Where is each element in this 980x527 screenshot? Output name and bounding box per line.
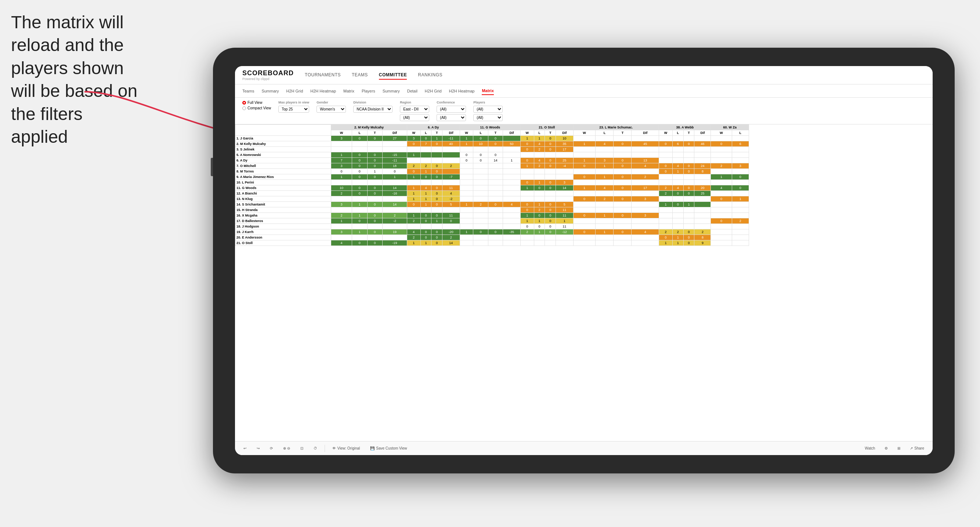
clock-btn[interactable]: ⏱: [311, 445, 320, 451]
cell-6-3-0: [520, 169, 534, 174]
subnav-h2h-grid[interactable]: H2H Grid: [286, 87, 303, 95]
nav-teams[interactable]: TEAMS: [352, 71, 368, 79]
cell-15-2-3: [503, 218, 521, 224]
cell-2-0-3: [383, 147, 407, 152]
cell-9-1-0: 1: [407, 185, 420, 191]
max-players-select[interactable]: Top 25 Top 50 All: [278, 106, 309, 113]
cell-7-6-1: 0: [732, 174, 749, 180]
cell-1-3-0: 0: [520, 141, 534, 147]
cell-19-0-2: 0: [367, 240, 383, 246]
nav-rankings[interactable]: RANKINGS: [418, 71, 442, 79]
matrix-table-wrap[interactable]: 2. M Kelly Mulcahy 6. A Dy 11. G Woods 2…: [235, 124, 932, 441]
undo-btn[interactable]: ↩: [240, 445, 249, 451]
grid-btn[interactable]: ⊞: [894, 445, 903, 451]
cell-18-2-2: [488, 235, 503, 240]
cell-1-0-1: [352, 141, 367, 147]
cell-13-2-1: [473, 207, 488, 213]
view-original-btn[interactable]: 👁 View: Original: [329, 445, 363, 451]
fit-btn[interactable]: ⊡: [298, 445, 306, 451]
share-label: Share: [914, 446, 924, 450]
cell-13-6-0: [711, 207, 732, 213]
cell-8-2-3: [503, 180, 521, 185]
cell-18-6-0: [711, 235, 732, 240]
cell-8-0-3: [383, 180, 407, 185]
players-select[interactable]: (All): [473, 106, 503, 113]
cell-9-3-1: 0: [534, 185, 545, 191]
matrix-content[interactable]: 2. M Kelly Mulcahy 6. A Dy 11. G Woods 2…: [235, 124, 932, 441]
cell-4-3-2: 0: [545, 158, 556, 163]
cell-10-0-2: 0: [367, 191, 383, 196]
cell-15-6-1: 2: [732, 218, 749, 224]
subnav-summary[interactable]: Summary: [261, 87, 279, 95]
cell-8-2-2: [488, 180, 503, 185]
cell-0-3-0: 1: [520, 136, 534, 141]
zoom-btn[interactable]: ⊕ ⊖: [280, 445, 293, 451]
cell-14-0-2: 0: [367, 213, 383, 218]
view-type-group: Full View Compact View: [242, 100, 271, 110]
subnav-h2h-heatmap[interactable]: H2H Heatmap: [310, 87, 336, 95]
col-header-za: 60. W Za: [711, 125, 749, 130]
region-all-select[interactable]: (All): [400, 114, 429, 121]
bottom-toolbar: ↩ ↪ ⟳ ⊕ ⊖ ⊡ ⏱ 👁 View: Original 💾 Save Cu…: [235, 441, 932, 455]
subnav-teams[interactable]: Teams: [242, 87, 254, 95]
cell-16-1-2: [431, 224, 442, 229]
cell-6-5-0: 0: [659, 169, 673, 174]
full-view-radio[interactable]: Full View: [242, 100, 271, 105]
cell-11-3-1: [534, 196, 545, 202]
cell-17-1-0: 4: [407, 229, 420, 235]
watch-btn[interactable]: Watch: [862, 445, 878, 451]
cell-3-5-0: [659, 152, 673, 158]
save-custom-btn[interactable]: 💾 Save Custom View: [367, 445, 410, 451]
cell-4-2-3: 1: [503, 158, 521, 163]
cell-1-5-2: 0: [683, 141, 694, 147]
cell-5-5-2: 0: [683, 163, 694, 169]
division-select[interactable]: NCAA Division II NCAA Division I NCAA Di…: [353, 106, 393, 113]
settings-btn[interactable]: ⚙: [881, 445, 891, 451]
cell-12-0-0: 3: [331, 202, 352, 207]
cell-12-0-3: 14: [383, 202, 407, 207]
cell-9-5-3: 20: [694, 185, 711, 191]
subnav-h2h-grid2[interactable]: H2H Grid: [425, 87, 442, 95]
subnav-h2h-heatmap2[interactable]: H2H Heatmap: [449, 87, 475, 95]
gender-select[interactable]: Women's Men's: [317, 106, 346, 113]
subnav-matrix[interactable]: Matrix: [343, 87, 354, 95]
cell-14-2-1: [473, 213, 488, 218]
cell-11-5-0: [659, 196, 673, 202]
cell-9-0-0: 10: [331, 185, 352, 191]
cell-9-2-2: [488, 185, 503, 191]
col-header-mulcahy: 2. M Kelly Mulcahy: [331, 125, 407, 130]
cell-0-1-0: 3: [407, 136, 420, 141]
cell-19-2-1: [473, 240, 488, 246]
cell-7-6-0: 1: [711, 174, 732, 180]
refresh-btn[interactable]: ⟳: [267, 445, 276, 451]
share-btn[interactable]: ↗ Share: [907, 445, 927, 451]
toolbar-sep1: [325, 445, 325, 452]
subnav-summary2[interactable]: Summary: [383, 87, 400, 95]
nav-tournaments[interactable]: TOURNAMENTS: [305, 71, 341, 79]
cell-10-0-0: 2: [331, 191, 352, 196]
cell-18-4-3: [632, 235, 659, 240]
conference-select[interactable]: (All): [437, 106, 466, 113]
nav-committee[interactable]: COMMITTEE: [379, 71, 407, 79]
col-header-schumac: 23. L Marie Schumac.: [573, 125, 659, 130]
cell-4-5-1: [672, 158, 683, 163]
subnav-detail[interactable]: Detail: [407, 87, 417, 95]
redo-btn[interactable]: ↪: [254, 445, 262, 451]
cell-9-2-1: [473, 185, 488, 191]
sub-nav: Teams Summary H2H Grid H2H Heatmap Matri…: [235, 84, 932, 98]
cell-13-1-1: [420, 207, 431, 213]
subnav-matrix2[interactable]: Matrix: [482, 87, 493, 95]
compact-view-radio[interactable]: Compact View: [242, 106, 271, 110]
subnav-players[interactable]: Players: [362, 87, 375, 95]
cell-0-4-3: [632, 136, 659, 141]
cell-2-5-3: [694, 147, 711, 152]
cell-9-4-0: 1: [573, 185, 595, 191]
cell-7-1-1: 0: [420, 174, 431, 180]
cell-1-6-0: 0: [711, 141, 732, 147]
cell-14-2-2: [488, 213, 503, 218]
cell-11-1-3: -2: [442, 196, 460, 202]
region-select[interactable]: East - DII (All): [400, 106, 429, 113]
players-all-select[interactable]: (All): [473, 114, 503, 121]
conference-all-select[interactable]: (All): [437, 114, 466, 121]
cell-12-2-1: 2: [473, 202, 488, 207]
